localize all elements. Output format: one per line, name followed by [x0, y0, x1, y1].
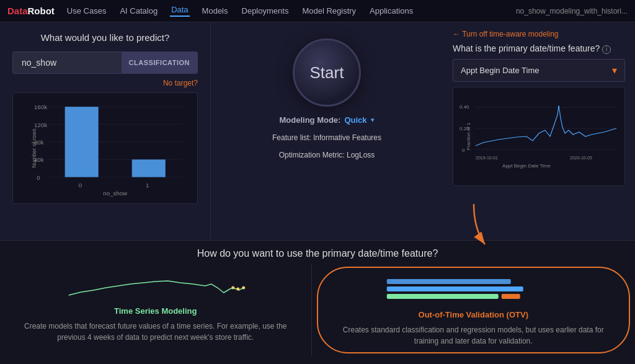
left-panel: What would you like to predict? no_show … — [0, 22, 211, 239]
modeling-row: Modeling Mode: Quick ▾ — [279, 115, 374, 125]
nav-applications[interactable]: Applications — [368, 6, 414, 16]
modeling-mode-chevron[interactable]: ▾ — [371, 116, 375, 124]
otv-card-title: Out-of-Time Validation (OTV) — [333, 310, 615, 319]
svg-point-26 — [242, 286, 245, 290]
target-row: no_show CLASSIFICATION — [12, 51, 198, 74]
nav-models[interactable]: Models — [201, 6, 229, 16]
logo-text: DataRobot — [7, 6, 55, 16]
optimization-metric-row: Optimization Metric: LogLoss — [279, 151, 375, 159]
otv-card[interactable]: Out-of-Time Validation (OTV) Creates sta… — [317, 267, 631, 353]
svg-text:no_show: no_show — [103, 190, 127, 197]
feature-list-label: Feature list: — [272, 133, 313, 142]
page-wrapper: DataRobot Use Cases AI Catalog Data Mode… — [0, 0, 635, 364]
svg-text:120k: 120k — [34, 122, 47, 128]
nav-project: no_show_modeling_with_histori... — [516, 7, 628, 16]
target-type: CLASSIFICATION — [122, 52, 197, 73]
svg-text:2020-10-05: 2020-10-05 — [570, 156, 592, 160]
time-aware-link[interactable]: Turn off time-aware modeling — [453, 30, 625, 38]
no-target[interactable]: No target? — [12, 79, 198, 87]
nav-model-registry[interactable]: Model Registry — [301, 6, 357, 16]
target-name: no_show — [13, 58, 122, 68]
nav-items: Use Cases AI Catalog Data Models Deploym… — [66, 5, 516, 17]
start-button[interactable]: Start — [293, 38, 361, 107]
svg-text:2019-10-01: 2019-10-01 — [476, 156, 498, 160]
predict-title: What would you like to predict? — [12, 32, 198, 43]
svg-rect-29 — [386, 294, 498, 299]
svg-text:1: 1 — [146, 182, 149, 189]
time-chart-area: Fraction of 1 0.40 0.20 0 2019-10-01 202… — [453, 87, 625, 186]
bottom-cards: Time Series Modeling Create models that … — [0, 264, 635, 356]
svg-point-25 — [236, 288, 239, 291]
modeling-mode-label: Modeling Mode: — [279, 115, 340, 125]
nav-use-cases[interactable]: Use Cases — [66, 6, 108, 16]
dropdown-arrow-icon: ▾ — [612, 64, 617, 76]
bar-chart-area: Number of rows 160k 120k 80k 40k 0 — [12, 92, 198, 204]
svg-rect-10 — [65, 107, 99, 177]
primary-dt-title: What is the primary date/time feature? i — [453, 43, 625, 54]
time-series-card[interactable]: Time Series Modeling Create models that … — [0, 264, 312, 356]
time-chart-svg: 0.40 0.20 0 2019-10-01 2020-10-05 Appt B… — [458, 91, 619, 182]
dropdown-text: Appt Begin Date Time — [461, 66, 539, 75]
nav-deployments[interactable]: Deployments — [241, 6, 290, 16]
svg-text:160k: 160k — [34, 104, 47, 111]
time-chart-y-label: Fraction of 1 — [466, 123, 471, 150]
right-panel: Turn off time-aware modeling What is the… — [443, 22, 635, 239]
chart-y-label: Number of rows — [31, 128, 37, 168]
opt-metric-label: Optimization Metric: — [279, 151, 347, 159]
nav-ai-catalog[interactable]: AI Catalog — [118, 6, 159, 16]
navbar: DataRobot Use Cases AI Catalog Data Mode… — [0, 0, 635, 22]
svg-rect-11 — [132, 159, 166, 177]
center-panel: Start Modeling Mode: Quick ▾ Feature lis… — [211, 22, 443, 239]
svg-text:0: 0 — [37, 174, 40, 181]
info-icon[interactable]: i — [602, 45, 611, 54]
svg-text:Appt Begin Date Time: Appt Begin Date Time — [502, 163, 551, 169]
nav-logo: DataRobot — [7, 6, 55, 16]
datetime-dropdown[interactable]: Appt Begin Date Time ▾ — [453, 59, 625, 82]
ts-chart — [15, 270, 296, 301]
otv-card-desc: Creates standard classification and regr… — [333, 324, 615, 347]
opt-metric-value: LogLoss — [347, 151, 375, 159]
modeling-mode-value[interactable]: Quick — [344, 115, 366, 125]
feature-list-value: Informative Features — [313, 133, 381, 142]
svg-point-24 — [231, 286, 234, 290]
svg-rect-30 — [501, 294, 520, 299]
svg-text:0: 0 — [79, 182, 82, 189]
bottom-section: How do you want to use the primary date/… — [0, 240, 635, 364]
svg-text:0.40: 0.40 — [460, 104, 469, 110]
ts-chart-svg — [15, 270, 296, 301]
bottom-title: How do you want to use the primary date/… — [0, 241, 635, 264]
primary-dt-label: What is the primary date/time feature? — [453, 43, 600, 53]
feature-list-row: Feature list: Informative Features — [272, 133, 381, 142]
svg-text:0: 0 — [462, 148, 465, 153]
top-section: What would you like to predict? no_show … — [0, 22, 635, 239]
nav-data[interactable]: Data — [170, 5, 189, 17]
otv-chart-svg — [333, 274, 615, 305]
bar-chart-svg: 160k 120k 80k 40k 0 0 — [18, 98, 192, 198]
ts-card-desc: Create models that forecast future value… — [15, 321, 296, 343]
ts-card-title: Time Series Modeling — [15, 306, 296, 316]
svg-rect-28 — [386, 286, 523, 291]
otv-chart — [333, 274, 615, 305]
svg-rect-27 — [386, 279, 510, 284]
